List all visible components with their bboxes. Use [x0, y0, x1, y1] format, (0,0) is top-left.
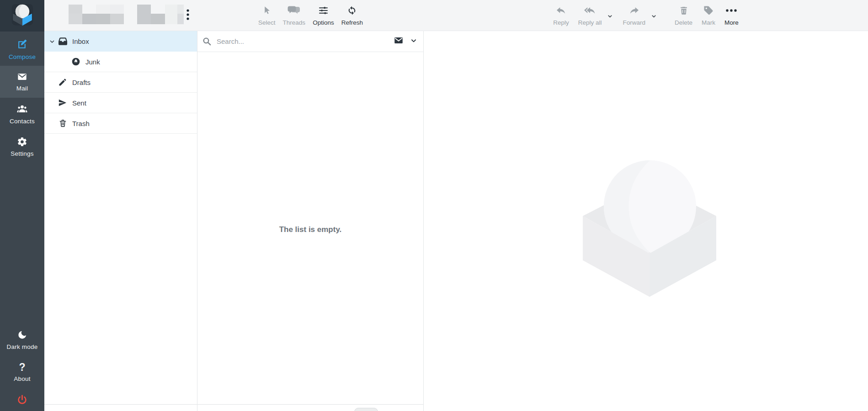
toolbar-label: Reply	[553, 19, 569, 26]
threads-icon	[288, 4, 300, 17]
refresh-icon	[346, 4, 357, 17]
mark-button[interactable]: Mark	[702, 4, 715, 26]
message-content-pane	[424, 31, 868, 411]
reply-button[interactable]: Reply	[553, 4, 569, 26]
trash-icon	[679, 4, 689, 17]
folder-name: Drafts	[72, 79, 91, 86]
folder-name: Trash	[72, 120, 90, 127]
toolbar-label: Forward	[623, 19, 645, 26]
redacted-text-block	[69, 5, 124, 24]
folder-row-inbox[interactable]: Inbox	[44, 31, 197, 52]
sidebar-item-contacts[interactable]: Contacts	[0, 98, 44, 131]
toolbar-label: Refresh	[341, 19, 363, 26]
inbox-icon	[58, 37, 68, 46]
delete-button[interactable]: Delete	[675, 4, 692, 26]
toolbar-label: Threads	[283, 19, 306, 26]
question-icon: ?	[19, 362, 25, 372]
sidebar-item-compose[interactable]: Compose	[0, 33, 44, 66]
sidebar-item-label: Settings	[11, 150, 33, 157]
threads-button[interactable]: Threads	[283, 4, 306, 26]
chevron-down-icon	[607, 12, 612, 21]
folder-name: Junk	[85, 58, 100, 66]
contacts-icon	[16, 104, 28, 115]
topbar: Select Threads	[44, 0, 868, 31]
taskbar: Compose Mail C	[0, 0, 44, 411]
message-toolbar: Reply Reply all	[424, 0, 868, 31]
sidebar-item-about[interactable]: ? About	[0, 357, 44, 387]
trash-icon	[58, 119, 68, 128]
sidebar-item-settings[interactable]: Settings	[0, 131, 44, 163]
forward-dropdown-caret[interactable]	[650, 10, 657, 23]
sidebar-item-dark-mode[interactable]: Dark mode	[0, 324, 44, 355]
sidebar-item-mail[interactable]: Mail	[0, 66, 44, 98]
options-button[interactable]: Options	[313, 4, 334, 26]
search-scope-button[interactable]	[391, 34, 406, 49]
folder-name: Sent	[72, 99, 86, 107]
chevron-down-icon	[651, 12, 656, 21]
junk-flame-icon	[71, 57, 81, 66]
message-list-footer	[197, 404, 423, 411]
refresh-button[interactable]: Refresh	[341, 4, 363, 26]
search-options-button[interactable]	[408, 34, 420, 49]
toolbar-label: More	[724, 19, 739, 26]
compose-icon	[16, 39, 28, 50]
message-list: The list is empty.	[197, 31, 424, 411]
folder-row-sent[interactable]: Sent	[44, 93, 197, 113]
toolbar-label: Options	[313, 19, 334, 26]
toolbar-label: Delete	[675, 19, 692, 26]
reply-all-dropdown-caret[interactable]	[606, 10, 613, 23]
moon-icon	[17, 330, 27, 340]
search-icon	[202, 37, 212, 46]
forward-button[interactable]: Forward	[623, 4, 645, 26]
mail-icon	[16, 72, 28, 82]
paper-plane-icon	[58, 98, 68, 107]
envelope-icon	[393, 36, 405, 47]
roundcube-watermark	[583, 160, 716, 297]
cursor-icon	[262, 4, 272, 17]
more-dots-icon	[725, 4, 737, 17]
webmail-app: Compose Mail C	[0, 0, 868, 411]
folder-row-trash[interactable]: Trash	[44, 113, 197, 134]
folder-row-junk[interactable]: Junk	[44, 52, 197, 72]
chevron-down-icon[interactable]	[48, 37, 56, 46]
power-icon	[16, 394, 28, 406]
sidebar-item-label: Mail	[16, 85, 28, 92]
forward-icon	[628, 4, 640, 17]
folders-header	[44, 0, 197, 31]
search-input[interactable]	[217, 37, 372, 45]
app-logo[interactable]	[0, 0, 44, 32]
reply-all-button[interactable]: Reply all	[578, 4, 602, 26]
pencil-icon	[58, 78, 68, 87]
folder-list: Inbox Junk Drafts	[44, 31, 197, 411]
chevron-down-icon	[410, 37, 417, 46]
reply-all-icon	[584, 4, 596, 17]
folder-name: Inbox	[72, 37, 89, 45]
sidebar-item-label: About	[14, 375, 30, 382]
sliders-icon	[318, 4, 329, 17]
select-button[interactable]: Select	[258, 4, 276, 26]
list-pagination-pill[interactable]	[354, 408, 378, 411]
roundcube-logo-icon	[11, 4, 33, 28]
sidebar-item-label: Compose	[9, 53, 36, 60]
search-bar	[197, 31, 423, 52]
logout-button[interactable]	[0, 389, 44, 410]
toolbar-label: Mark	[702, 19, 715, 26]
folder-row-drafts[interactable]: Drafts	[44, 72, 197, 93]
toolbar-label: Select	[258, 19, 276, 26]
more-button[interactable]: More	[724, 4, 739, 26]
folder-list-footer	[44, 404, 197, 411]
sidebar-item-label: Contacts	[10, 118, 35, 125]
settings-icon	[17, 137, 27, 147]
toolbar-label: Reply all	[578, 19, 602, 26]
tag-icon	[703, 4, 714, 17]
message-list-toolbar: Select Threads	[197, 0, 424, 31]
folder-actions-button[interactable]	[181, 6, 195, 25]
redacted-text-block	[137, 5, 184, 24]
empty-list-message: The list is empty.	[197, 225, 423, 234]
sidebar-item-label: Dark mode	[7, 343, 38, 350]
kebab-menu-icon	[186, 9, 190, 22]
reply-icon	[555, 4, 567, 17]
